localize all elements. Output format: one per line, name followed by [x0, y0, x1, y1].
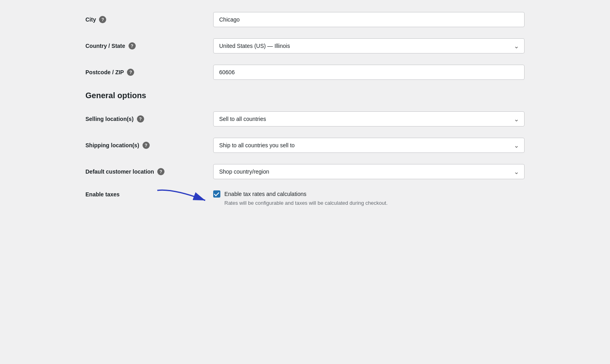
country-state-select-wrap: United States (US) — Illinois United Sta…: [213, 38, 525, 53]
selling-locations-row: Selling location(s) ? Sell to all countr…: [85, 111, 525, 127]
city-row: City ?: [85, 12, 525, 27]
city-label-group: City ?: [85, 16, 213, 23]
country-state-label: Country / State: [85, 43, 125, 49]
enable-taxes-label: Enable taxes: [85, 191, 120, 198]
shipping-locations-row: Shipping location(s) ? Ship to all count…: [85, 138, 525, 153]
postcode-input[interactable]: [213, 65, 525, 80]
postcode-row: Postcode / ZIP ?: [85, 65, 525, 80]
shipping-locations-select-wrap: Ship to all countries you sell to Ship t…: [213, 138, 525, 153]
country-state-help-icon[interactable]: ?: [129, 42, 136, 49]
selling-locations-select[interactable]: Sell to all countries Sell to specific c…: [213, 111, 525, 127]
country-state-label-group: Country / State ?: [85, 42, 213, 49]
city-help-icon[interactable]: ?: [99, 16, 106, 23]
country-state-row: Country / State ? United States (US) — I…: [85, 38, 525, 53]
default-customer-location-row: Default customer location ? Shop country…: [85, 164, 525, 179]
city-input[interactable]: [213, 12, 525, 27]
shipping-locations-label: Shipping location(s): [85, 142, 139, 148]
general-options-section: General options: [85, 91, 525, 100]
country-state-input-wrap: United States (US) — Illinois United Sta…: [213, 38, 525, 53]
default-customer-location-label-group: Default customer location ?: [85, 168, 213, 175]
city-input-wrap: [213, 12, 525, 27]
selling-locations-help-icon[interactable]: ?: [137, 115, 144, 123]
country-state-select[interactable]: United States (US) — Illinois United Sta…: [213, 38, 525, 53]
selling-locations-label: Selling location(s): [85, 116, 134, 122]
postcode-label: Postcode / ZIP: [85, 69, 124, 75]
default-customer-location-select-wrap: Shop country/region No location by defau…: [213, 164, 525, 179]
enable-taxes-checkbox-row: Enable tax rates and calculations: [213, 190, 525, 198]
default-customer-location-label: Default customer location: [85, 168, 154, 175]
enable-taxes-checkbox-label: Enable tax rates and calculations: [224, 191, 306, 197]
postcode-label-group: Postcode / ZIP ?: [85, 69, 213, 76]
default-customer-location-input-wrap: Shop country/region No location by defau…: [213, 164, 525, 179]
arrow-container: [149, 186, 221, 210]
arrow-svg: [149, 186, 221, 210]
general-options-heading: General options: [85, 91, 525, 100]
postcode-help-icon[interactable]: ?: [127, 69, 134, 76]
selling-locations-select-wrap: Sell to all countries Sell to specific c…: [213, 111, 525, 127]
shipping-locations-label-group: Shipping location(s) ?: [85, 142, 213, 149]
shipping-locations-input-wrap: Ship to all countries you sell to Ship t…: [213, 138, 525, 153]
enable-taxes-description: Rates will be configurable and taxes wil…: [224, 200, 525, 206]
selling-locations-label-group: Selling location(s) ?: [85, 115, 213, 123]
postcode-input-wrap: [213, 65, 525, 80]
city-label: City: [85, 16, 96, 23]
shipping-locations-select[interactable]: Ship to all countries you sell to Ship t…: [213, 138, 525, 153]
enable-taxes-label-group: Enable taxes: [85, 190, 213, 198]
enable-taxes-control: Enable tax rates and calculations Rates …: [213, 190, 525, 206]
settings-container: City ? Country / State ? United States (…: [85, 12, 525, 352]
enable-taxes-checkbox[interactable]: [213, 190, 220, 198]
shipping-locations-help-icon[interactable]: ?: [143, 142, 150, 149]
enable-taxes-row: Enable taxes Enable tax rates and calcul…: [85, 190, 525, 206]
default-customer-location-select[interactable]: Shop country/region No location by defau…: [213, 164, 525, 179]
selling-locations-input-wrap: Sell to all countries Sell to specific c…: [213, 111, 525, 127]
default-customer-location-help-icon[interactable]: ?: [157, 168, 164, 175]
